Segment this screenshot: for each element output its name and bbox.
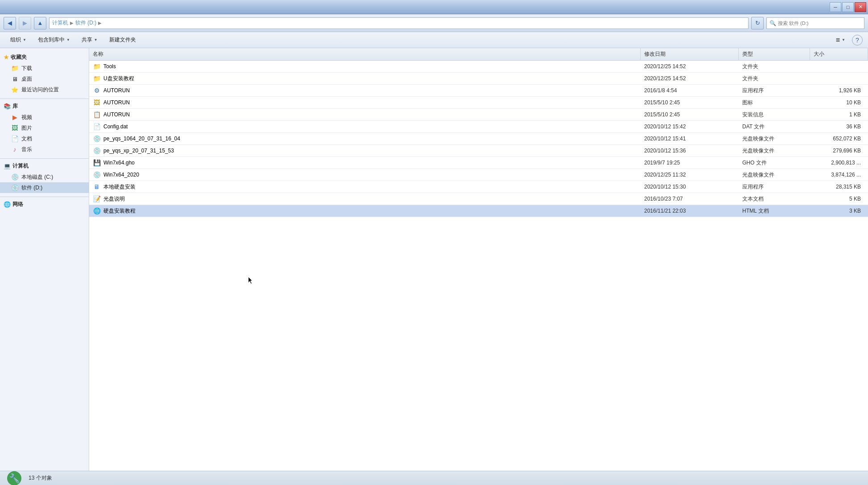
- include-in-lib-button[interactable]: 包含到库中 ▼: [33, 34, 75, 46]
- file-type: HTML 文档: [739, 206, 810, 217]
- file-type: 光盘映像文件: [739, 133, 810, 144]
- breadcrumb[interactable]: 计算机 ▶ 软件 (D:) ▶: [49, 17, 749, 29]
- file-name: AUTORUN: [103, 111, 130, 118]
- table-row[interactable]: 🌐 硬盘安装教程 2016/11/21 22:03 HTML 文档 3 KB: [89, 205, 868, 217]
- file-size: 28,315 KB: [810, 182, 868, 192]
- table-row[interactable]: 🖼 AUTORUN 2015/5/10 2:45 图标 10 KB: [89, 97, 868, 109]
- iso-icon: 💿: [93, 147, 101, 155]
- organize-button[interactable]: 组织 ▼: [5, 34, 31, 46]
- file-name: pe_yqs_xp_20_07_31_15_53: [103, 148, 174, 154]
- table-row[interactable]: 📋 AUTORUN 2015/5/10 2:45 安装信息 1 KB: [89, 109, 868, 121]
- sidebar-item-video[interactable]: ▶ 视频: [0, 112, 89, 123]
- sidebar: ★ 收藏夹 📁 下载 🖥 桌面 ⭐ 最近访问的位置 📚 库: [0, 48, 89, 471]
- inf-icon: 📋: [93, 111, 101, 119]
- favorites-header[interactable]: ★ 收藏夹: [0, 52, 89, 63]
- txt-icon: 📝: [93, 195, 101, 203]
- table-row[interactable]: 💿 pe_yqs_xp_20_07_31_15_53 2020/10/12 15…: [89, 145, 868, 157]
- file-size: 3,874,126 ...: [810, 170, 868, 180]
- help-button[interactable]: ?: [852, 35, 863, 45]
- file-size: 10 KB: [810, 98, 868, 107]
- file-modified: 2020/12/25 14:52: [641, 62, 739, 71]
- file-name-cell: 🖥 本地硬盘安装: [89, 181, 641, 193]
- file-modified: 2020/12/25 14:52: [641, 74, 739, 83]
- table-row[interactable]: 💿 Win7x64_2020 2020/12/25 11:32 光盘映像文件 3…: [89, 169, 868, 181]
- image-icon: 🖼: [11, 124, 19, 132]
- libraries-header[interactable]: 📚 库: [0, 101, 89, 112]
- file-name: 光盘说明: [103, 195, 125, 203]
- table-row[interactable]: 📝 光盘说明 2016/10/23 7:07 文本文档 5 KB: [89, 193, 868, 205]
- recent-icon: ⭐: [11, 86, 19, 94]
- file-size: 652,072 KB: [810, 134, 868, 144]
- folder-icon: 📁: [93, 74, 101, 82]
- refresh-button[interactable]: ↻: [751, 17, 764, 29]
- file-name: Config.dat: [103, 123, 128, 130]
- sidebar-item-music[interactable]: ♪ 音乐: [0, 144, 89, 155]
- back-button[interactable]: ◀: [4, 17, 16, 29]
- file-name-cell: 💿 pe_yqs_1064_20_07_31_16_04: [89, 133, 641, 144]
- network-icon: 🌐: [4, 201, 11, 208]
- table-row[interactable]: ⚙ AUTORUN 2016/1/8 4:54 应用程序 1,926 KB: [89, 85, 868, 97]
- organize-arrow: ▼: [23, 38, 26, 42]
- sidebar-item-downloads[interactable]: 📁 下载: [0, 63, 89, 74]
- status-app-icon: 🔧: [7, 471, 21, 485]
- file-name: 本地硬盘安装: [103, 183, 136, 191]
- divider-2: [0, 158, 89, 159]
- file-name-cell: ⚙ AUTORUN: [89, 85, 641, 96]
- file-name: pe_yqs_1064_20_07_31_16_04: [103, 136, 180, 142]
- search-box[interactable]: 🔍: [766, 17, 864, 29]
- view-arrow: ▼: [842, 38, 845, 42]
- col-modified[interactable]: 修改日期: [641, 48, 739, 60]
- app-blue-icon: 🖥: [93, 183, 101, 191]
- search-input[interactable]: [778, 21, 861, 26]
- file-type: 安装信息: [739, 109, 810, 120]
- file-modified: 2020/10/12 15:30: [641, 182, 739, 192]
- view-button[interactable]: ≡ ▼: [831, 34, 850, 46]
- drive-d-icon: 💿: [11, 184, 19, 192]
- file-size: [810, 65, 868, 68]
- table-row[interactable]: 📄 Config.dat 2020/10/12 15:42 DAT 文件 36 …: [89, 121, 868, 133]
- search-icon: 🔍: [769, 20, 776, 26]
- sidebar-item-desktop[interactable]: 🖥 桌面: [0, 74, 89, 84]
- table-row[interactable]: 💾 Win7x64.gho 2019/9/7 19:25 GHO 文件 2,90…: [89, 157, 868, 169]
- computer-header[interactable]: 💻 计算机: [0, 160, 89, 172]
- file-name-cell: 📁 Tools: [89, 61, 641, 72]
- divider-1: [0, 99, 89, 99]
- network-header[interactable]: 🌐 网络: [0, 199, 89, 210]
- file-size: 3 KB: [810, 206, 868, 216]
- sidebar-item-docs[interactable]: 📄 文档: [0, 133, 89, 144]
- computer-section: 💻 计算机 💿 本地磁盘 (C:) 💿 软件 (D:): [0, 160, 89, 193]
- sidebar-item-drive-c[interactable]: 💿 本地磁盘 (C:): [0, 172, 89, 182]
- table-row[interactable]: 📁 Tools 2020/12/25 14:52 文件夹: [89, 61, 868, 73]
- divider-3: [0, 197, 89, 197]
- sidebar-item-images[interactable]: 🖼 图片: [0, 123, 89, 133]
- sidebar-item-recent[interactable]: ⭐ 最近访问的位置: [0, 84, 89, 95]
- file-type: DAT 文件: [739, 121, 810, 132]
- network-section: 🌐 网络: [0, 199, 89, 210]
- close-button[interactable]: ✕: [855, 2, 866, 12]
- forward-button[interactable]: ▶: [19, 17, 31, 29]
- breadcrumb-sep1: ▶: [70, 21, 74, 25]
- col-name[interactable]: 名称: [89, 48, 641, 60]
- file-name: Tools: [103, 63, 116, 70]
- file-modified: 2020/10/12 15:36: [641, 146, 739, 156]
- minimize-button[interactable]: ─: [830, 2, 841, 12]
- drive-c-icon: 💿: [11, 173, 19, 181]
- new-folder-button[interactable]: 新建文件夹: [104, 34, 141, 46]
- share-button[interactable]: 共享 ▼: [77, 34, 103, 46]
- sidebar-item-drive-d[interactable]: 💿 软件 (D:): [0, 182, 89, 193]
- folder-icon: 📁: [11, 64, 19, 72]
- maximize-button[interactable]: □: [842, 2, 854, 12]
- file-size: 1,926 KB: [810, 86, 868, 95]
- col-type[interactable]: 类型: [739, 48, 810, 60]
- file-type: 光盘映像文件: [739, 169, 810, 181]
- breadcrumb-drive[interactable]: 软件 (D:): [75, 19, 96, 27]
- breadcrumb-arrow: ▶: [98, 21, 102, 25]
- file-size: [810, 77, 868, 80]
- table-row[interactable]: 💿 pe_yqs_1064_20_07_31_16_04 2020/10/12 …: [89, 133, 868, 145]
- breadcrumb-computer[interactable]: 计算机: [52, 19, 68, 27]
- title-bar: ─ □ ✕: [0, 0, 868, 14]
- up-button[interactable]: ▲: [34, 17, 46, 29]
- table-row[interactable]: 🖥 本地硬盘安装 2020/10/12 15:30 应用程序 28,315 KB: [89, 181, 868, 193]
- col-size[interactable]: 大小: [810, 48, 868, 60]
- table-row[interactable]: 📁 U盘安装教程 2020/12/25 14:52 文件夹: [89, 73, 868, 85]
